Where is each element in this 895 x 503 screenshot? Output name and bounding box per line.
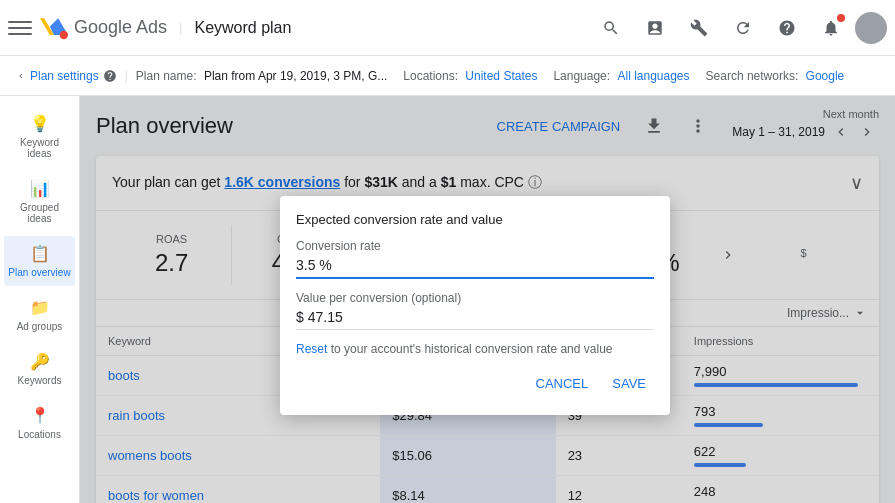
page-title-bar: Keyword plan (194, 19, 291, 37)
conversion-rate-input[interactable] (296, 257, 654, 273)
sidebar-item-ad-groups[interactable]: 📁 Ad groups (4, 290, 75, 340)
cancel-button[interactable]: CANCEL (528, 368, 597, 399)
plan-name-value: Plan from Apr 19, 2019, 3 PM, G... (204, 69, 387, 83)
value-per-conversion-label: Value per conversion (optional) (296, 291, 654, 305)
locations-label: Locations: (403, 69, 461, 83)
conversion-rate-field: Conversion rate (296, 239, 654, 279)
search-networks-label: Search networks: (706, 69, 802, 83)
sub-bar: Plan settings | Plan name: Plan from Apr… (0, 56, 895, 96)
value-per-conversion-field: Value per conversion (optional) (296, 291, 654, 330)
google-ads-text: Google Ads (74, 17, 167, 38)
language-label: Language: (553, 69, 613, 83)
tools-button[interactable] (679, 8, 719, 48)
plan-name-item: Plan name: Plan from Apr 19, 2019, 3 PM,… (128, 69, 395, 83)
refresh-button[interactable] (723, 8, 763, 48)
user-avatar[interactable] (855, 12, 887, 44)
sidebar-item-locations[interactable]: 📍 Locations (4, 398, 75, 448)
sidebar-item-label-keywords: Keywords (18, 375, 62, 386)
conversion-dialog: Expected conversion rate and value Conve… (280, 196, 670, 415)
ad-groups-icon: 📁 (30, 298, 50, 317)
plan-overview-icon: 📋 (30, 244, 50, 263)
sidebar: 💡 Keyword ideas 📊 Grouped ideas 📋 Plan o… (0, 96, 80, 503)
reports-button[interactable] (635, 8, 675, 48)
notification-badge (837, 14, 845, 22)
reset-link[interactable]: Reset (296, 342, 327, 356)
google-ads-logo-icon (40, 14, 68, 42)
save-button[interactable]: SAVE (604, 368, 654, 399)
sidebar-item-label-locations: Locations (18, 429, 61, 440)
sidebar-item-label-keyword-ideas: Keyword ideas (8, 137, 71, 159)
language-item: Language: All languages (545, 69, 697, 83)
plan-settings-item[interactable]: Plan settings (8, 69, 125, 83)
sidebar-item-keyword-ideas[interactable]: 💡 Keyword ideas (4, 106, 75, 167)
plan-name-label: Plan name: (136, 69, 200, 83)
keywords-icon: 🔑 (30, 352, 50, 371)
hamburger-menu[interactable] (8, 16, 32, 40)
top-bar-right (591, 8, 887, 48)
top-bar: Google Ads | Keyword plan (0, 0, 895, 56)
value-per-conversion-input-wrap (296, 309, 654, 330)
search-button[interactable] (591, 8, 631, 48)
language-value: All languages (617, 69, 689, 83)
sidebar-item-label-plan-overview: Plan overview (8, 267, 70, 278)
search-networks-item: Search networks: Google (698, 69, 853, 83)
sidebar-item-label-grouped-ideas: Grouped ideas (8, 202, 71, 224)
locations-nav-icon: 📍 (30, 406, 50, 425)
sidebar-item-grouped-ideas[interactable]: 📊 Grouped ideas (4, 171, 75, 232)
help-button[interactable] (767, 8, 807, 48)
grouped-ideas-icon: 📊 (30, 179, 50, 198)
search-networks-value: Google (806, 69, 845, 83)
google-ads-logo: Google Ads (40, 14, 167, 42)
sidebar-item-keywords[interactable]: 🔑 Keywords (4, 344, 75, 394)
dialog-actions: CANCEL SAVE (296, 368, 654, 399)
reset-suffix: to your account's historical conversion … (331, 342, 613, 356)
reset-text: Reset to your account's historical conve… (296, 342, 654, 356)
app-body: 💡 Keyword ideas 📊 Grouped ideas 📋 Plan o… (0, 96, 895, 503)
notifications-button[interactable] (811, 8, 851, 48)
svg-point-2 (60, 30, 68, 38)
conversion-rate-label: Conversion rate (296, 239, 654, 253)
top-bar-left: Google Ads | Keyword plan (8, 14, 291, 42)
dialog-title: Expected conversion rate and value (296, 212, 654, 227)
main-content: Plan overview CREATE CAMPAIGN Next month… (80, 96, 895, 503)
value-per-conversion-input[interactable] (296, 309, 654, 325)
locations-item: Locations: United States (395, 69, 545, 83)
locations-value: United States (465, 69, 537, 83)
keyword-ideas-icon: 💡 (30, 114, 50, 133)
sidebar-item-plan-overview[interactable]: 📋 Plan overview (4, 236, 75, 286)
conversion-rate-input-wrap (296, 257, 654, 279)
sidebar-item-label-ad-groups: Ad groups (17, 321, 63, 332)
plan-settings-label: Plan settings (30, 69, 99, 83)
